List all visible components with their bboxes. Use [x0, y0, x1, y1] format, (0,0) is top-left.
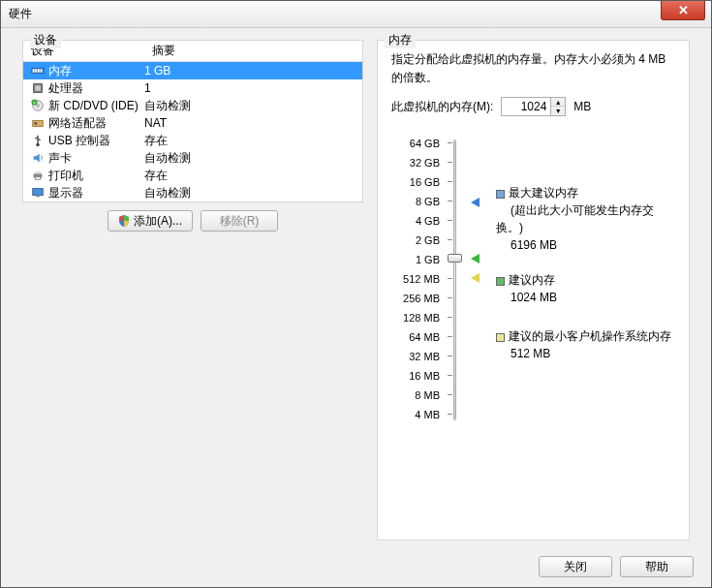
tick-label: 32 GB [391, 153, 440, 172]
svg-rect-11 [33, 120, 44, 126]
rec-marker-icon [471, 254, 480, 263]
device-name: USB 控制器 [46, 133, 144, 149]
device-name: 新 CD/DVD (IDE) [46, 98, 144, 114]
memory-input[interactable] [502, 100, 550, 113]
help-button[interactable]: 帮助 [620, 556, 694, 577]
hardware-dialog: 硬件 ✕ 设备 设备 摘要 内存1 GB处理器1+新 CD/DVD (IDE)自… [0, 0, 712, 588]
tick-mark [448, 142, 452, 143]
memory-group-label: 内存 [385, 32, 416, 48]
svg-rect-3 [38, 69, 40, 73]
slider-markers [471, 139, 490, 420]
memory-unit: MB [573, 100, 591, 113]
close-button-label: 关闭 [564, 559, 587, 575]
device-name: 内存 [46, 63, 144, 79]
memory-icon [29, 64, 46, 77]
tick-label: 16 GB [391, 172, 440, 192]
memory-panel: 指定分配给此虚拟机的内存量。内存大小必须为 4 MB 的倍数。 此虚拟机的内存(… [377, 40, 690, 541]
tick-label: 4 MB [391, 405, 440, 424]
tick-label: 64 GB [391, 134, 440, 153]
memory-inner: 指定分配给此虚拟机的内存量。内存大小必须为 4 MB 的倍数。 此虚拟机的内存(… [378, 41, 689, 434]
tick-label: 1 GB [391, 250, 440, 269]
tick-mark [448, 356, 452, 356]
device-name: 网络适配器 [46, 115, 144, 132]
tick-mark [448, 317, 452, 318]
tick-label: 128 MB [391, 308, 440, 327]
printer-icon [29, 169, 46, 182]
svg-rect-4 [41, 69, 43, 73]
legend-min-title: 建议的最小客户机操作系统内存 [509, 329, 671, 343]
svg-rect-12 [35, 122, 38, 125]
device-row[interactable]: +新 CD/DVD (IDE)自动检测 [23, 97, 362, 114]
tick-mark [448, 394, 452, 395]
slider-track[interactable] [446, 139, 463, 424]
tick-label: 2 GB [391, 231, 440, 250]
memory-spinner[interactable]: ▲ ▼ [501, 97, 566, 116]
tick-label: 512 MB [391, 269, 440, 289]
svg-rect-16 [35, 177, 40, 180]
legend-max-swatch-icon [496, 190, 505, 199]
svg-rect-2 [35, 69, 37, 73]
device-row[interactable]: 内存1 GB [23, 62, 362, 79]
remove-button-label: 移除(R) [220, 213, 260, 230]
sound-icon [29, 151, 46, 165]
device-row[interactable]: 打印机存在 [23, 167, 362, 184]
cpu-icon [29, 81, 46, 95]
slider-tick-labels: 64 GB32 GB16 GB8 GB4 GB2 GB1 GB512 MB256… [391, 134, 446, 424]
tick-mark [448, 201, 452, 201]
help-button-label: 帮助 [645, 559, 668, 575]
device-buttons: 添加(A)... 移除(R) [22, 202, 363, 233]
device-row[interactable]: 网络适配器NAT [23, 114, 362, 132]
titlebar: 硬件 ✕ [1, 1, 711, 28]
device-table-header: 设备 摘要 [23, 41, 362, 62]
cd-icon: + [29, 99, 46, 112]
tick-mark [448, 239, 452, 240]
legend-rec-value: 1024 MB [496, 291, 557, 304]
device-summary: 1 GB [144, 64, 362, 77]
tick-mark [448, 375, 452, 376]
legend-rec-swatch-icon [496, 277, 505, 286]
slider-legend: 最大建议内存 (超出此大小可能发生内存交换。) 6196 MB 建议内存 102… [496, 138, 675, 424]
svg-point-13 [36, 143, 40, 147]
close-button[interactable]: 关闭 [539, 556, 612, 577]
display-icon [29, 186, 46, 200]
svg-rect-17 [33, 189, 44, 196]
tick-label: 4 GB [391, 211, 440, 231]
add-button[interactable]: 添加(A)... [108, 210, 193, 232]
device-row[interactable]: USB 控制器存在 [23, 132, 362, 149]
content-area: 设备 设备 摘要 内存1 GB处理器1+新 CD/DVD (IDE)自动检测网络… [22, 40, 690, 541]
device-row[interactable]: 显示器自动检测 [23, 184, 362, 201]
tick-label: 8 GB [391, 192, 440, 211]
device-row[interactable]: 处理器1 [23, 79, 362, 97]
spinner-down-icon[interactable]: ▼ [551, 107, 565, 115]
device-name: 声卡 [46, 150, 144, 167]
tick-mark [448, 220, 452, 221]
remove-button: 移除(R) [201, 210, 278, 232]
left-panel-wrap: 设备 设备 摘要 内存1 GB处理器1+新 CD/DVD (IDE)自动检测网络… [22, 40, 363, 514]
devices-group-label: 设备 [30, 32, 61, 48]
min-marker-icon [471, 273, 480, 283]
tick-label: 8 MB [391, 386, 440, 405]
tick-mark [448, 297, 452, 298]
svg-rect-1 [33, 69, 35, 73]
right-panel-wrap: 内存 指定分配给此虚拟机的内存量。内存大小必须为 4 MB 的倍数。 此虚拟机的… [377, 40, 690, 541]
legend-rec: 建议内存 1024 MB [496, 271, 557, 306]
slider-thumb[interactable] [448, 254, 462, 263]
device-table: 设备 摘要 内存1 GB处理器1+新 CD/DVD (IDE)自动检测网络适配器… [23, 41, 362, 201]
tick-mark [448, 278, 452, 279]
tick-mark [448, 414, 452, 415]
header-summary[interactable]: 摘要 [144, 43, 362, 59]
device-summary: 存在 [144, 133, 362, 149]
svg-rect-18 [36, 196, 40, 198]
memory-label: 此虚拟机的内存(M): [391, 99, 493, 115]
memory-input-row: 此虚拟机的内存(M): ▲ ▼ MB [391, 97, 675, 116]
slider-track-line [453, 139, 456, 420]
close-icon[interactable]: ✕ [661, 1, 705, 20]
device-table-body: 内存1 GB处理器1+新 CD/DVD (IDE)自动检测网络适配器NATUSB… [23, 62, 362, 201]
legend-min-swatch-icon [496, 333, 505, 342]
spinner-up-icon[interactable]: ▲ [551, 98, 565, 107]
device-name: 显示器 [46, 185, 144, 201]
usb-icon [29, 134, 46, 147]
device-row[interactable]: 声卡自动检测 [23, 149, 362, 167]
nic-icon [29, 116, 46, 130]
legend-max: 最大建议内存 (超出此大小可能发生内存交换。) 6196 MB [496, 184, 675, 254]
